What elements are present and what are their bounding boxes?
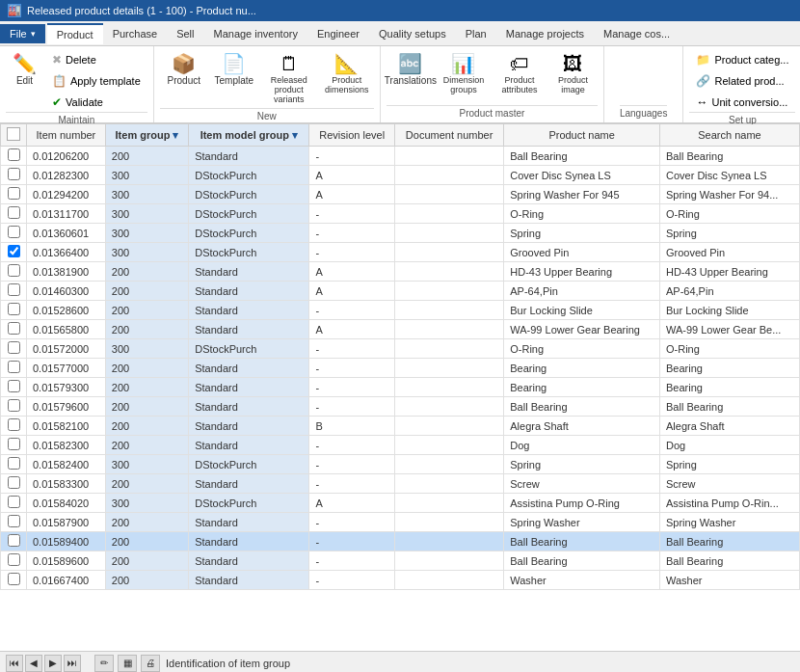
- product-attributes-button[interactable]: 🏷 Product attributes: [493, 50, 547, 98]
- menu-plan[interactable]: Plan: [456, 24, 496, 43]
- table-row[interactable]: 0.01577000200Standard-BearingBearing: [1, 359, 800, 378]
- row-checkbox-cell[interactable]: [1, 551, 27, 571]
- header-checkbox[interactable]: [7, 127, 20, 141]
- template-button[interactable]: 📄 Template: [210, 50, 258, 90]
- menu-manage-projects[interactable]: Manage projects: [496, 24, 594, 43]
- row-checkbox-cell[interactable]: [1, 378, 27, 397]
- file-menu[interactable]: File ▾: [0, 24, 45, 43]
- row-checkbox-cell[interactable]: [1, 166, 27, 185]
- row-checkbox-cell[interactable]: [1, 185, 27, 204]
- col-header-checkbox[interactable]: [1, 124, 27, 147]
- unit-conversio-button[interactable]: ↔ Unit conversio...: [689, 93, 795, 112]
- nav-last-button[interactable]: ⏭: [64, 655, 81, 672]
- row-checkbox[interactable]: [8, 245, 20, 257]
- row-checkbox[interactable]: [8, 573, 20, 585]
- row-checkbox[interactable]: [8, 361, 20, 373]
- row-checkbox[interactable]: [8, 457, 20, 470]
- table-row[interactable]: 0.01583300200Standard-ScrewScrew: [1, 474, 800, 494]
- print-icon-btn[interactable]: 🖨: [141, 655, 160, 672]
- table-row[interactable]: 0.01584020300DStockPurchAAssistina Pump …: [1, 494, 800, 513]
- row-checkbox-cell[interactable]: [1, 436, 27, 455]
- row-checkbox[interactable]: [8, 264, 20, 277]
- col-header-search-name[interactable]: Search name: [659, 124, 799, 147]
- nav-prev-button[interactable]: ◀: [25, 655, 42, 672]
- table-row[interactable]: 0.01589600200Standard-Ball BearingBall B…: [1, 551, 800, 571]
- table-row[interactable]: 0.01294200300DStockPurchASpring Washer F…: [1, 185, 800, 204]
- menu-manage-inventory[interactable]: Manage inventory: [203, 24, 307, 43]
- row-checkbox[interactable]: [8, 322, 20, 335]
- menu-purchase[interactable]: Purchase: [103, 24, 167, 43]
- row-checkbox[interactable]: [8, 399, 20, 412]
- menu-engineer[interactable]: Engineer: [307, 24, 369, 43]
- table-row[interactable]: 0.01565800200StandardAWA-99 Lower Gear B…: [1, 320, 800, 339]
- apply-template-button[interactable]: 📋 Apply template: [45, 71, 147, 91]
- nav-first-button[interactable]: ⏮: [6, 655, 23, 672]
- row-checkbox-cell[interactable]: [1, 147, 27, 166]
- row-checkbox-cell[interactable]: [1, 532, 27, 551]
- table-row[interactable]: 0.01282300300DStockPurchACover Disc Syne…: [1, 166, 800, 185]
- row-checkbox[interactable]: [8, 496, 20, 508]
- menu-product[interactable]: Product: [47, 23, 103, 44]
- related-prod-button[interactable]: 🔗 Related prod...: [689, 71, 795, 91]
- edit-button[interactable]: ✏️ Edit: [6, 50, 43, 112]
- col-header-product-name[interactable]: Product name: [504, 124, 660, 147]
- table-row[interactable]: 0.01360601300DStockPurch-SpringSpring: [1, 224, 800, 243]
- col-header-document-number[interactable]: Document number: [394, 124, 503, 147]
- row-checkbox-cell[interactable]: [1, 571, 27, 590]
- row-checkbox[interactable]: [8, 553, 20, 566]
- validate-button[interactable]: ✔ Validate: [45, 93, 147, 112]
- table-row[interactable]: 0.01381900200StandardAHD-43 Upper Bearin…: [1, 262, 800, 282]
- row-checkbox-cell[interactable]: [1, 339, 27, 359]
- table-row[interactable]: 0.01572000300DStockPurch-O-RingO-Ring: [1, 339, 800, 359]
- menu-quality-setups[interactable]: Quality setups: [369, 24, 456, 43]
- menu-manage-costs[interactable]: Manage cos...: [594, 24, 680, 43]
- nav-next-button[interactable]: ▶: [44, 655, 62, 672]
- table-row[interactable]: 0.01667400200Standard-WasherWasher: [1, 571, 800, 590]
- pencil-icon-btn[interactable]: ✏: [94, 655, 114, 672]
- dimension-groups-button[interactable]: 📊 Dimension groups: [437, 50, 491, 98]
- row-checkbox-cell[interactable]: [1, 243, 27, 262]
- row-checkbox[interactable]: [8, 148, 20, 161]
- row-checkbox-cell[interactable]: [1, 455, 27, 474]
- product-image-button[interactable]: 🖼 Product image: [548, 50, 598, 98]
- col-header-item-model-group[interactable]: Item model group ▾: [189, 124, 309, 147]
- row-checkbox[interactable]: [8, 226, 20, 238]
- table-row[interactable]: 0.01311700300DStockPurch-O-RingO-Ring: [1, 204, 800, 224]
- table-row[interactable]: 0.01589400200Standard-Ball BearingBall B…: [1, 532, 800, 551]
- table-row[interactable]: 0.01528600200Standard-Bur Locking SlideB…: [1, 301, 800, 320]
- table-row[interactable]: 0.01579300200Standard-BearingBearing: [1, 378, 800, 397]
- translations-button[interactable]: 🔤 Translations: [387, 50, 435, 90]
- row-checkbox-cell[interactable]: [1, 320, 27, 339]
- row-checkbox-cell[interactable]: [1, 397, 27, 417]
- grid-icon-btn[interactable]: ▦: [118, 655, 137, 672]
- product-dimensions-button[interactable]: 📐 Product dimensions: [320, 50, 374, 98]
- table-row[interactable]: 0.01587900200Standard-Spring WasherSprin…: [1, 513, 800, 532]
- row-checkbox[interactable]: [8, 418, 20, 431]
- row-checkbox[interactable]: [8, 534, 20, 547]
- row-checkbox[interactable]: [8, 206, 20, 219]
- product-categ-button[interactable]: 📁 Product categ...: [689, 50, 795, 69]
- row-checkbox[interactable]: [8, 168, 20, 180]
- row-checkbox-cell[interactable]: [1, 262, 27, 282]
- table-row[interactable]: 0.01206200200Standard-Ball BearingBall B…: [1, 147, 800, 166]
- row-checkbox[interactable]: [8, 283, 20, 296]
- row-checkbox-cell[interactable]: [1, 417, 27, 436]
- row-checkbox-cell[interactable]: [1, 494, 27, 513]
- row-checkbox-cell[interactable]: [1, 513, 27, 532]
- released-product-variants-button[interactable]: 🗒 Released product variants: [260, 50, 318, 108]
- table-row[interactable]: 0.01582400300DStockPurch-SpringSpring: [1, 455, 800, 474]
- col-header-item-group[interactable]: Item group ▾: [105, 124, 188, 147]
- row-checkbox[interactable]: [8, 476, 20, 489]
- row-checkbox[interactable]: [8, 515, 20, 527]
- row-checkbox-cell[interactable]: [1, 301, 27, 320]
- row-checkbox-cell[interactable]: [1, 224, 27, 243]
- row-checkbox-cell[interactable]: [1, 474, 27, 494]
- row-checkbox[interactable]: [8, 187, 20, 200]
- table-row[interactable]: 0.01366400300DStockPurch-Grooved PinGroo…: [1, 243, 800, 262]
- row-checkbox[interactable]: [8, 303, 20, 315]
- row-checkbox[interactable]: [8, 380, 20, 392]
- product-button[interactable]: 📦 Product: [160, 50, 208, 90]
- col-header-item-number[interactable]: Item number: [27, 124, 106, 147]
- table-row[interactable]: 0.01582100200StandardBAlegra ShaftAlegra…: [1, 417, 800, 436]
- row-checkbox-cell[interactable]: [1, 359, 27, 378]
